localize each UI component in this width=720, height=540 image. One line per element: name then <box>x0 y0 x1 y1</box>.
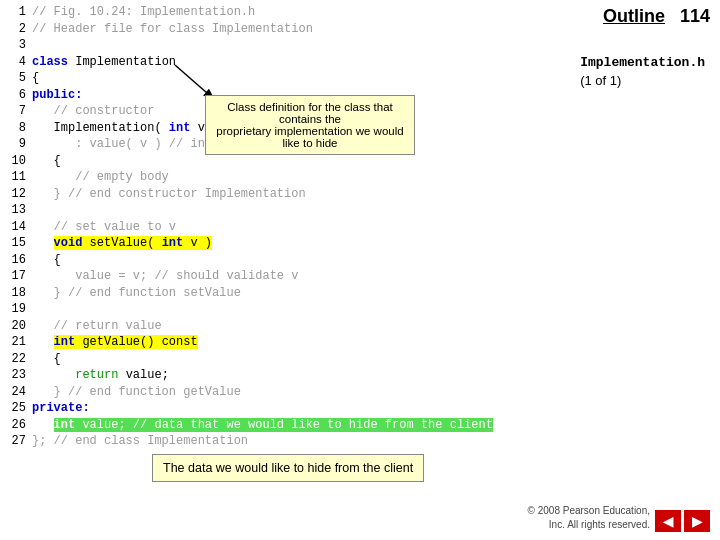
copyright: © 2008 Pearson Education, Inc. All right… <box>528 504 650 532</box>
code-line-12: 12 } // end constructor Implementation <box>4 186 520 203</box>
code-line-3: 3 <box>4 37 520 54</box>
code-line-4: 4 class Implementation <box>4 54 520 71</box>
next-button[interactable]: ▶ <box>684 510 710 532</box>
code-line-21: 21 int getValue() const <box>4 334 520 351</box>
nav-buttons: ◀ ▶ <box>655 510 710 532</box>
code-line-22: 22 { <box>4 351 520 368</box>
code-line-25: 25 private: <box>4 400 520 417</box>
class-annotation-tooltip: Class definition for the class that cont… <box>205 95 415 155</box>
code-line-27: 27 }; // end class Implementation <box>4 433 520 450</box>
code-line-18: 18 } // end function setValue <box>4 285 520 302</box>
outline-link[interactable]: Outline <box>603 6 665 27</box>
code-line-16: 16 { <box>4 252 520 269</box>
code-line-26: 26 int value; // data that we would like… <box>4 417 520 434</box>
code-line-23: 23 return value; <box>4 367 520 384</box>
code-area: 1 // Fig. 10.24: Implementation.h 2 // H… <box>0 0 520 480</box>
right-panel-title: Implementation.h <box>580 55 705 70</box>
code-line-5: 5 { <box>4 70 520 87</box>
code-line-11: 11 // empty body <box>4 169 520 186</box>
code-line-19: 19 <box>4 301 520 318</box>
code-line-14: 14 // set value to v <box>4 219 520 236</box>
prev-button[interactable]: ◀ <box>655 510 681 532</box>
page-number: 114 <box>680 6 710 27</box>
right-panel: Implementation.h (1 of 1) <box>580 55 705 88</box>
code-line-20: 20 // return value <box>4 318 520 335</box>
code-line-13: 13 <box>4 202 520 219</box>
right-panel-subtitle: (1 of 1) <box>580 73 705 88</box>
code-line-24: 24 } // end function getValue <box>4 384 520 401</box>
code-line-15: 15 void setValue( int v ) <box>4 235 520 252</box>
page-container: 114 Outline Implementation.h (1 of 1) 1 … <box>0 0 720 540</box>
code-line-17: 17 value = v; // should validate v <box>4 268 520 285</box>
bottom-annotation-tooltip: The data we would like to hide from the … <box>152 454 424 482</box>
code-line-2: 2 // Header file for class Implementatio… <box>4 21 520 38</box>
code-line-1: 1 // Fig. 10.24: Implementation.h <box>4 4 520 21</box>
